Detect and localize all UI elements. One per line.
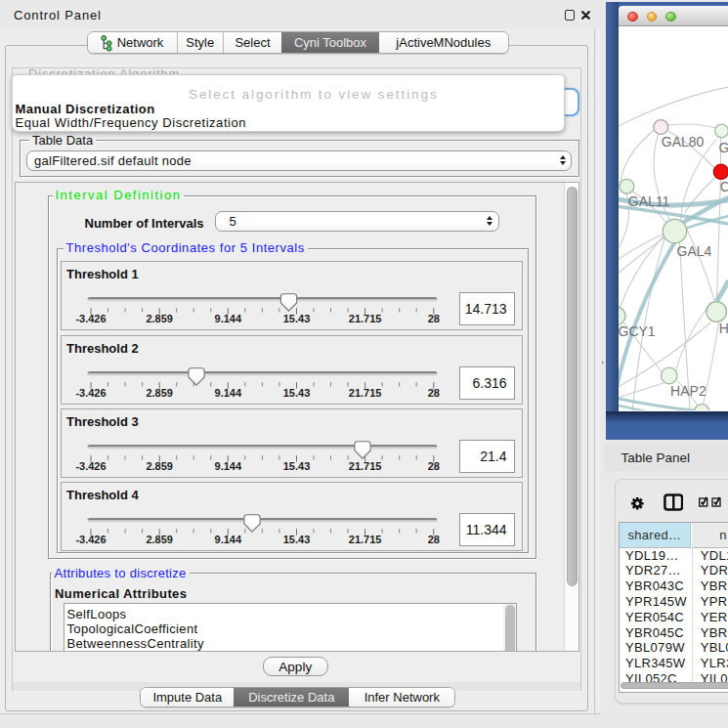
svg-text:GCY1: GCY1: [619, 323, 656, 339]
svg-text:28: 28: [427, 460, 439, 472]
svg-text:21.715: 21.715: [348, 314, 381, 325]
svg-text:15.43: 15.43: [282, 460, 310, 472]
svg-text:21.715: 21.715: [348, 534, 381, 545]
svg-text:2.859: 2.859: [146, 534, 173, 545]
svg-text:-3.426: -3.426: [75, 534, 106, 545]
svg-text:21.715: 21.715: [348, 387, 381, 399]
svg-text:H: H: [718, 321, 728, 336]
svg-text:15.43: 15.43: [282, 387, 310, 399]
svg-text:9.144: 9.144: [214, 314, 241, 325]
svg-text:28: 28: [427, 534, 439, 545]
svg-text:9.144: 9.144: [214, 534, 241, 545]
svg-text:GAL11: GAL11: [627, 193, 669, 209]
svg-text:28: 28: [427, 387, 439, 399]
svg-text:15.43: 15.43: [282, 534, 310, 545]
svg-text:2.859: 2.859: [146, 314, 173, 325]
svg-text:-3.426: -3.426: [75, 460, 106, 472]
svg-text:GAL4: GAL4: [676, 243, 711, 259]
svg-text:9.144: 9.144: [214, 387, 241, 399]
svg-text:15.43: 15.43: [282, 314, 310, 325]
svg-text:2.859: 2.859: [146, 460, 173, 472]
svg-text:21.715: 21.715: [348, 460, 381, 472]
svg-text:2.859: 2.859: [146, 387, 173, 399]
svg-text:GA: GA: [718, 140, 728, 155]
svg-text:28: 28: [427, 314, 439, 325]
svg-text:HAP2: HAP2: [670, 383, 707, 399]
svg-text:-3.426: -3.426: [75, 387, 106, 399]
svg-text:9.144: 9.144: [214, 460, 241, 472]
svg-text:GAL80: GAL80: [661, 134, 704, 150]
svg-text:-3.426: -3.426: [75, 314, 106, 325]
svg-text:C: C: [719, 179, 728, 194]
